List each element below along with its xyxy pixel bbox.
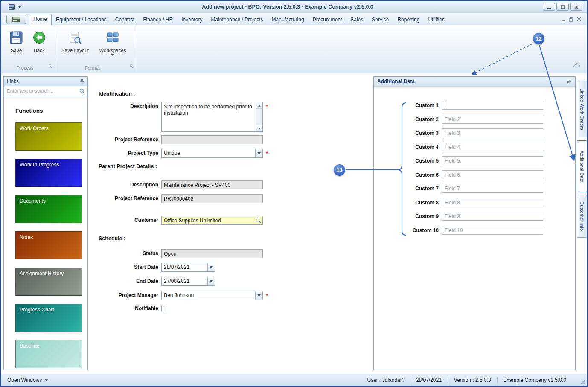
tab-manufacturing[interactable]: Manufacturing [268,15,309,25]
ribbon-group-format: Save Layout Workspaces Format [55,26,136,72]
mdi-restore-icon[interactable] [569,17,574,22]
custom-4-input[interactable] [442,143,543,151]
pin-icon[interactable] [80,79,84,84]
tab-procurement[interactable]: Procurement [309,15,346,25]
tile-assignment-history[interactable]: Assignment History [15,268,82,296]
project-type-required-marker: * [266,149,268,158]
custom-5-row: Custom 5 [375,156,543,165]
notifiable-label: Notifiable [97,304,161,313]
tab-home[interactable]: Home [29,14,52,25]
custom-1-input[interactable] [442,101,543,110]
scroll-down-icon[interactable] [256,125,262,131]
qat-dropdown-icon[interactable] [18,6,21,8]
custom-9-label: Custom 9 [375,213,442,219]
project-manager-combobox[interactable]: Ben Johnson [161,291,263,300]
parent-description-row: Description [97,180,263,189]
project-type-label: Project Type [97,149,161,158]
tab-service[interactable]: Service [367,15,393,25]
start-date-picker[interactable]: 28/07/2021 [161,263,215,272]
notifiable-checkbox[interactable] [161,306,167,311]
description-field[interactable]: Site inspection to be performed prior to… [161,102,263,132]
back-button[interactable]: Back [28,29,51,53]
custom-7-input[interactable] [442,184,543,193]
close-button[interactable] [570,3,582,11]
process-dialog-launcher-icon[interactable] [49,62,52,70]
open-windows-button[interactable]: Open Windows [1,377,48,383]
custom-4-label: Custom 4 [375,144,442,150]
side-tab-customer-info[interactable]: Customer Info [577,195,587,238]
resize-grip-icon[interactable] [579,378,585,384]
dropdown-arrow-icon[interactable] [207,277,215,285]
back-icon [32,30,47,45]
tab-contract[interactable]: Contract [111,15,139,25]
customer-input[interactable] [161,216,263,225]
parent-reference-label: Project Reference [97,194,161,203]
tab-reporting[interactable]: Reporting [393,15,424,25]
customer-lookup-icon[interactable] [255,217,261,223]
side-tab-linked-work-orders[interactable]: Linked Work Orders [577,81,587,137]
tab-finance-hr[interactable]: Finance / HR [139,15,177,25]
custom-6-input[interactable] [442,170,543,179]
section-schedule: Schedule : [99,236,125,242]
tab-sales[interactable]: Sales [346,15,367,25]
description-textarea[interactable]: Site inspection to be performed prior to… [162,102,262,131]
scroll-up-icon[interactable] [256,102,262,109]
mdi-close-icon[interactable] [576,17,582,22]
close-icon [574,5,579,9]
dropdown-arrow-icon[interactable] [255,291,262,300]
maximize-button[interactable] [556,3,569,11]
parent-description-label: Description [97,180,161,189]
dropdown-arrow-icon[interactable] [207,263,215,271]
status-bar-info: User : JulandaK 28/07/2021 Version : 2.5… [361,377,587,383]
tile-progress-chart[interactable]: Progress Chart [15,304,82,332]
project-type-combobox[interactable]: Unique [161,149,263,158]
custom-5-input[interactable] [442,156,543,165]
save-button[interactable]: Save [5,29,28,53]
customer-row: Customer [97,216,263,225]
ribbon-options-icon[interactable] [573,62,581,70]
custom-2-row: Custom 2 [375,115,543,124]
save-icon [9,30,23,45]
status-bar: Open Windows User : JulandaK 28/07/2021 … [1,374,587,386]
save-layout-icon [68,30,82,45]
start-date-label: Start Date [97,263,161,272]
workspaces-button[interactable]: Workspaces [96,29,129,56]
dropdown-arrow-icon[interactable] [255,149,262,157]
custom-10-input[interactable] [442,226,543,235]
additional-data-panel: Additional Data Custom 1 Custom 2 Custom… [373,76,576,370]
pin-icon[interactable] [566,79,572,84]
tab-maintenance-projects[interactable]: Maintenance / Projects [207,15,268,25]
custom-3-input[interactable] [442,128,543,137]
custom-8-input[interactable] [442,198,543,207]
tile-baseline[interactable]: Baseline [15,340,82,368]
additional-data-header: Additional Data [374,77,575,87]
tab-utilities[interactable]: Utilities [424,15,449,25]
search-input[interactable] [4,86,87,96]
search-icon [79,88,85,94]
links-search [4,86,87,96]
ribbon-group-process: Save Back Process [1,26,55,72]
custom-2-input[interactable] [442,115,543,124]
mdi-minimize-icon[interactable] [561,17,566,22]
custom-1-label: Custom 1 [375,102,442,108]
tile-work-in-progress[interactable]: Work In Progress [15,159,82,187]
end-date-picker[interactable]: 27/08/2021 [161,277,215,286]
tile-notes[interactable]: Notes [15,231,82,259]
links-panel: Links Functions Work Orders Work In Prog… [3,76,88,370]
side-tab-strip: Linked Work Orders Additional Data Custo… [577,76,588,370]
format-dialog-launcher-icon[interactable] [130,62,134,70]
save-layout-button[interactable]: Save Layout [58,29,92,53]
custom-3-label: Custom 3 [375,130,442,136]
minimize-button[interactable] [543,3,555,11]
custom-8-row: Custom 8 [375,198,543,207]
description-scrollbar[interactable] [256,102,262,131]
side-tab-additional-data[interactable]: Additional Data [577,140,587,192]
custom-9-input[interactable] [442,212,543,221]
application-menu-button[interactable] [6,15,26,24]
tab-equipment-locations[interactable]: Equipment / Locations [52,15,111,25]
customer-field[interactable] [161,216,263,225]
tab-inventory[interactable]: Inventory [177,15,207,25]
tile-work-orders[interactable]: Work Orders [15,122,82,151]
parent-reference-row: Project Reference [97,194,263,203]
tile-documents[interactable]: Documents [15,195,82,223]
